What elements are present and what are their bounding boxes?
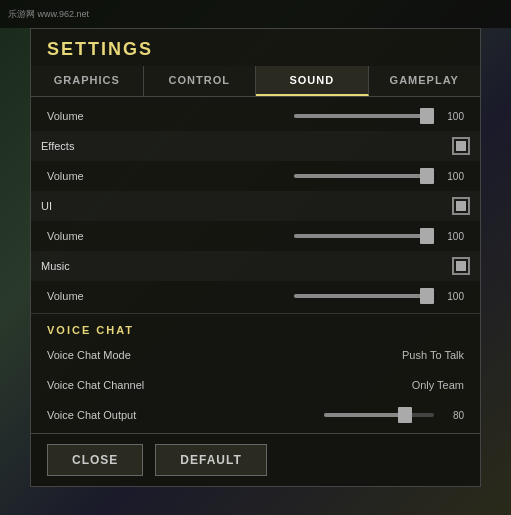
music-volume-slider[interactable]: 100 bbox=[294, 291, 464, 302]
voicechat-output-row: Voice Chat Output 80 bbox=[31, 400, 480, 430]
effects-row: Effects bbox=[31, 131, 480, 161]
ui-volume-fill bbox=[294, 234, 434, 238]
default-button[interactable]: DEFAULT bbox=[155, 444, 266, 476]
voicechat-output-track bbox=[324, 413, 434, 417]
watermark-topbar: 乐游网 www.962.net bbox=[8, 8, 89, 21]
voicechat-channel-row: Voice Chat Channel Only Team bbox=[31, 370, 480, 400]
ui-row: UI bbox=[31, 191, 480, 221]
music-volume-fill bbox=[294, 294, 434, 298]
master-volume-value: 100 bbox=[440, 111, 464, 122]
music-volume-thumb bbox=[420, 288, 434, 304]
voicechat-channel-label: Voice Chat Channel bbox=[47, 379, 167, 391]
master-volume-fill bbox=[294, 114, 434, 118]
effects-volume-row: Volume 100 bbox=[31, 161, 480, 191]
music-volume-label: Volume bbox=[47, 290, 167, 302]
section-divider bbox=[31, 313, 480, 314]
tab-graphics[interactable]: GRAPHICS bbox=[31, 66, 144, 96]
effects-volume-fill bbox=[294, 174, 434, 178]
ui-volume-track bbox=[294, 234, 434, 238]
close-button[interactable]: CLOSE bbox=[47, 444, 143, 476]
master-volume-row: Volume 100 bbox=[31, 101, 480, 131]
effects-volume-track bbox=[294, 174, 434, 178]
settings-panel: SETTINGS GRAPHICS CONTROL SOUND GAMEPLAY… bbox=[30, 28, 481, 487]
master-volume-track bbox=[294, 114, 434, 118]
master-volume-slider[interactable]: 100 bbox=[294, 111, 464, 122]
top-bar: 乐游网 www.962.net bbox=[0, 0, 511, 28]
ui-volume-slider[interactable]: 100 bbox=[294, 231, 464, 242]
voicechat-channel-value[interactable]: Only Team bbox=[412, 379, 464, 391]
effects-volume-thumb bbox=[420, 168, 434, 184]
music-label: Music bbox=[41, 260, 161, 272]
master-volume-label: Volume bbox=[47, 110, 167, 122]
ui-checkbox[interactable] bbox=[452, 197, 470, 215]
voicechat-header: VOICE CHAT bbox=[31, 316, 480, 340]
master-volume-thumb bbox=[420, 108, 434, 124]
tab-control[interactable]: CONTROL bbox=[144, 66, 257, 96]
footer: CLOSE DEFAULT bbox=[31, 433, 480, 486]
music-volume-value: 100 bbox=[440, 291, 464, 302]
voicechat-mode-row: Voice Chat Mode Push To Talk bbox=[31, 340, 480, 370]
ui-label: UI bbox=[41, 200, 161, 212]
music-row: Music bbox=[31, 251, 480, 281]
effects-checkbox[interactable] bbox=[452, 137, 470, 155]
effects-volume-value: 100 bbox=[440, 171, 464, 182]
tab-sound[interactable]: SOUND bbox=[256, 66, 369, 96]
voicechat-mode-label: Voice Chat Mode bbox=[47, 349, 167, 361]
voicechat-output-label: Voice Chat Output bbox=[47, 409, 167, 421]
voicechat-output-thumb bbox=[398, 407, 412, 423]
music-volume-row: Volume 100 bbox=[31, 281, 480, 311]
music-checkbox[interactable] bbox=[452, 257, 470, 275]
effects-label: Effects bbox=[41, 140, 161, 152]
ui-volume-row: Volume 100 bbox=[31, 221, 480, 251]
effects-volume-label: Volume bbox=[47, 170, 167, 182]
ui-volume-label: Volume bbox=[47, 230, 167, 242]
ui-volume-thumb bbox=[420, 228, 434, 244]
tabs-bar: GRAPHICS CONTROL SOUND GAMEPLAY bbox=[31, 66, 480, 97]
voicechat-mode-value[interactable]: Push To Talk bbox=[402, 349, 464, 361]
music-volume-track bbox=[294, 294, 434, 298]
voicechat-output-slider[interactable]: 80 bbox=[324, 410, 464, 421]
panel-title: SETTINGS bbox=[31, 29, 480, 66]
voicechat-output-value: 80 bbox=[440, 410, 464, 421]
content-area: Volume 100 Effects Volume 100 bbox=[31, 97, 480, 433]
ui-volume-value: 100 bbox=[440, 231, 464, 242]
effects-volume-slider[interactable]: 100 bbox=[294, 171, 464, 182]
tab-gameplay[interactable]: GAMEPLAY bbox=[369, 66, 481, 96]
